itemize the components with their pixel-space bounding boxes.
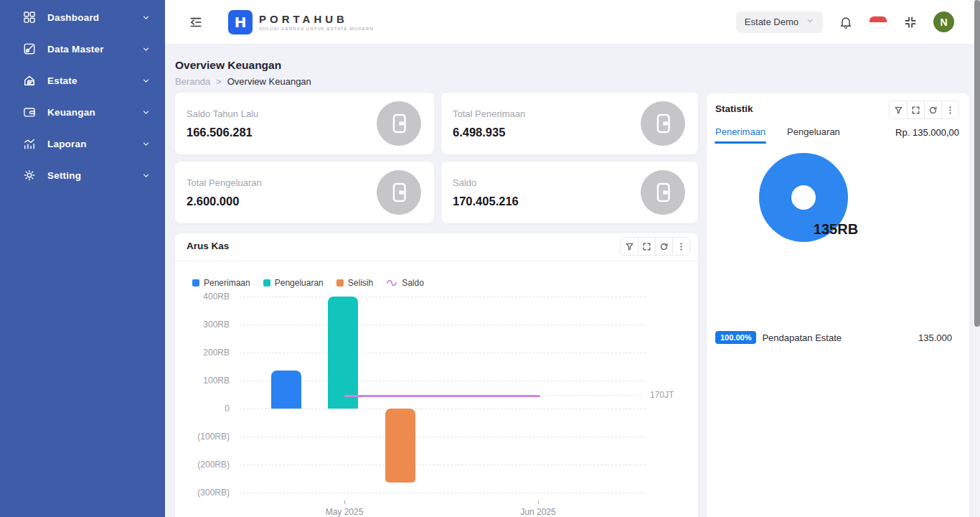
bar-pengeluaran xyxy=(328,297,358,409)
y-axis-tick: (300RB) xyxy=(179,488,230,498)
stat-card-label: Total Pengeluaran xyxy=(187,177,262,188)
gridline xyxy=(240,297,646,297)
stat-card: Total Penerimaan6.498.935 xyxy=(441,93,698,154)
statistik-card: Statistik PenerimaanPengeluaran Rp. 135.… xyxy=(707,93,969,517)
bar-penerimaan xyxy=(271,371,301,409)
tab-pengeluaran[interactable]: Pengeluaran xyxy=(787,126,840,144)
chevron-down-icon xyxy=(806,17,814,27)
sidebar-item-label: Dashboard xyxy=(47,12,99,23)
wallet-card-icon xyxy=(641,170,685,215)
y-axis-tick: 200RB xyxy=(179,348,230,358)
stat-card-value: 166.506.281 xyxy=(187,126,258,139)
breadcrumb-current: Overview Keuangan xyxy=(227,76,311,87)
y-axis-tick: 0 xyxy=(179,404,230,414)
stat-card-value: 2.600.000 xyxy=(187,195,262,208)
statistik-title: Statistik xyxy=(715,103,753,114)
gridline xyxy=(240,493,646,493)
y-axis-tick: (100RB) xyxy=(179,432,230,442)
menu-fold-icon[interactable] xyxy=(187,13,205,32)
gridline xyxy=(240,465,646,465)
chevron-down-icon xyxy=(138,104,154,120)
donut-center-label: 135RB xyxy=(759,221,913,238)
data-master-icon xyxy=(22,41,37,57)
statistik-rows: 100.00%Pendapatan Estate135.000 xyxy=(707,329,969,346)
chevron-down-icon xyxy=(138,41,154,57)
sidebar-item-setting[interactable]: Setting xyxy=(0,159,165,191)
brand-tagline: SOLUSI CERDAS UNTUK ESTATE MODERN xyxy=(259,27,374,31)
sidebar-item-estate[interactable]: Estate xyxy=(0,65,165,96)
estate-icon xyxy=(22,73,37,88)
statistik-row[interactable]: 100.00%Pendapatan Estate135.000 xyxy=(707,329,969,346)
stat-card: Saldo Tahun Lalu166.506.281 xyxy=(175,93,434,154)
page-title: Overview Keuangan xyxy=(175,59,281,72)
chevron-down-icon xyxy=(138,136,154,152)
estate-selector[interactable]: Estate Demo xyxy=(736,11,823,33)
logo: H PORTAHUB SOLUSI CERDAS UNTUK ESTATE MO… xyxy=(228,10,374,34)
filter-button[interactable] xyxy=(890,101,907,118)
bell-icon[interactable] xyxy=(839,15,853,29)
stat-card-label: Total Penerimaan xyxy=(453,108,525,119)
sidebar-item-label: Laporan xyxy=(47,139,87,149)
right-axis-label: 170JT xyxy=(650,390,674,400)
estate-selector-label: Estate Demo xyxy=(745,17,798,27)
brand-name: PORTAHUB xyxy=(259,13,374,25)
indonesia-flag-icon[interactable] xyxy=(869,16,887,29)
scrollbar-thumb[interactable] xyxy=(974,0,980,327)
wallet-icon xyxy=(22,104,37,120)
wallet-card-icon xyxy=(377,170,421,215)
x-axis-label: May 2025 xyxy=(312,507,377,517)
scrollbar-track[interactable] xyxy=(974,0,980,517)
expand-button[interactable] xyxy=(907,101,924,118)
tab-penerimaan[interactable]: Penerimaan xyxy=(715,126,765,144)
header-actions: Estate Demo N xyxy=(736,11,954,33)
stat-card: Total Pengeluaran2.600.000 xyxy=(175,162,434,223)
x-axis-tick xyxy=(538,500,539,504)
sidebar-menu: DashboardData MasterEstateKeuanganLapora… xyxy=(0,0,165,191)
chevron-down-icon xyxy=(138,167,154,183)
sidebar-item-keuangan[interactable]: Keuangan xyxy=(0,96,165,128)
x-axis-tick xyxy=(344,500,345,504)
stat-cards: Saldo Tahun Lalu166.506.281Total Penerim… xyxy=(175,93,698,223)
stat-card-label: Saldo xyxy=(453,177,519,188)
arus-kas-card: Arus Kas PenerimaanPengeluaranSelisihSal… xyxy=(175,233,698,517)
gridline xyxy=(240,409,646,409)
sidebar-item-label: Setting xyxy=(47,170,81,181)
sidebar-item-label: Data Master xyxy=(47,44,104,55)
wallet-card-icon xyxy=(641,101,685,146)
dashboard-icon xyxy=(22,9,37,25)
sidebar-item-laporan[interactable]: Laporan xyxy=(0,128,165,159)
y-axis-tick: 400RB xyxy=(179,292,230,302)
more-button[interactable] xyxy=(941,101,958,118)
y-axis-tick: 100RB xyxy=(179,376,230,386)
gridline xyxy=(540,395,642,396)
breadcrumb-home[interactable]: Beranda xyxy=(175,76,210,87)
gridline xyxy=(240,437,646,437)
y-axis-tick: 300RB xyxy=(179,320,230,330)
card-toolbar xyxy=(889,101,959,119)
avatar[interactable]: N xyxy=(933,11,954,32)
sidebar-item-data-master[interactable]: Data Master xyxy=(0,33,165,65)
sidebar-item-dashboard[interactable]: Dashboard xyxy=(0,1,165,33)
chevron-down-icon xyxy=(138,73,154,88)
logo-mark-icon: H xyxy=(228,10,253,34)
stat-card: Saldo170.405.216 xyxy=(441,162,698,223)
x-axis-label: Jun 2025 xyxy=(506,507,570,517)
stat-card-value: 170.405.216 xyxy=(453,195,519,208)
compress-icon[interactable] xyxy=(903,15,918,29)
breadcrumb-separator: > xyxy=(216,76,222,87)
chevron-down-icon xyxy=(138,9,154,25)
sidebar: DashboardData MasterEstateKeuanganLapora… xyxy=(0,0,165,517)
percent-badge: 100.00% xyxy=(715,331,756,344)
bar-chart: 400RB300RB200RB100RB0(100RB)(200RB)(300R… xyxy=(175,233,698,517)
stat-card-value: 6.498.935 xyxy=(453,126,525,139)
statistik-amount: Rp. 135.000,00 xyxy=(895,127,959,138)
report-icon xyxy=(22,136,37,152)
breadcrumb: Beranda > Overview Keuangan xyxy=(175,76,311,87)
statistik-row-label: Pendapatan Estate xyxy=(762,332,842,343)
sidebar-item-label: Keuangan xyxy=(47,107,95,118)
refresh-button[interactable] xyxy=(924,101,941,118)
stat-card-label: Saldo Tahun Lalu xyxy=(187,108,258,119)
statistik-tabs: PenerimaanPengeluaran xyxy=(715,126,840,144)
gear-icon xyxy=(22,167,37,183)
gridline xyxy=(240,325,646,325)
